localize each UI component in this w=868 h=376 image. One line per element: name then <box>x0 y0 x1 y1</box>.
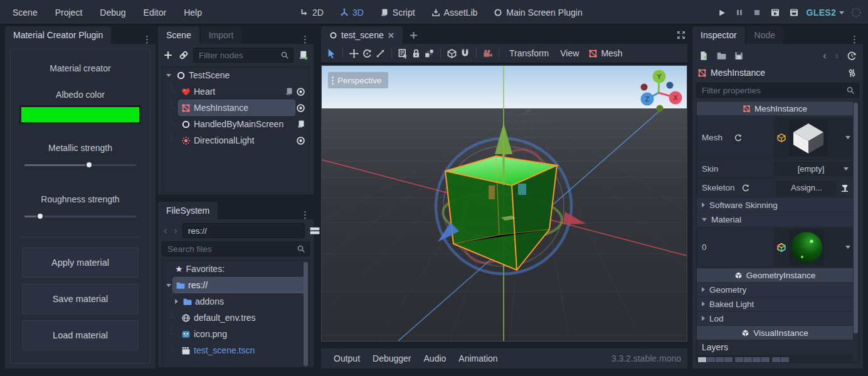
chevron-down-icon[interactable] <box>845 246 850 249</box>
play-scene-button[interactable] <box>769 6 781 19</box>
apply-material-button[interactable]: Apply material <box>22 248 139 278</box>
scale-tool-icon[interactable] <box>374 47 387 60</box>
menu-scene[interactable]: Scene <box>4 0 46 25</box>
albedo-color-picker[interactable] <box>19 105 141 124</box>
play-button[interactable] <box>716 7 728 19</box>
visibility-eye-icon[interactable] <box>295 135 307 147</box>
new-scene-tab-button[interactable] <box>408 29 420 41</box>
group-software-skinning[interactable]: Software Skinning <box>697 198 853 212</box>
fs-item-default-env[interactable]: default_env.tres <box>162 310 309 326</box>
load-material-button[interactable]: Load material <box>22 320 139 350</box>
preview-camera-icon[interactable] <box>481 47 494 60</box>
roughness-slider-grabber[interactable] <box>36 212 44 220</box>
object-tools-icon[interactable] <box>846 67 858 79</box>
fs-item-res[interactable]: res:// <box>162 277 309 293</box>
expand-icon[interactable] <box>175 299 178 304</box>
view-menu[interactable]: View <box>554 48 585 58</box>
play-custom-scene-button[interactable] <box>788 6 800 19</box>
viewport-3d[interactable]: Y X Z Perspective <box>321 65 687 342</box>
toggle-split-mode-icon[interactable] <box>308 224 322 237</box>
layer-cell[interactable] <box>735 357 743 363</box>
collapse-icon[interactable] <box>166 284 171 287</box>
scene-tree-item-directionallight[interactable]: DirectionalLight <box>162 132 309 149</box>
pause-button[interactable] <box>734 7 745 18</box>
skin-value[interactable]: [empty] <box>774 162 853 177</box>
history-back-icon[interactable]: ‹ <box>821 50 828 61</box>
skeleton-assign-button[interactable]: Assign... <box>776 180 837 196</box>
mesh-value[interactable] <box>774 118 853 158</box>
animation-button[interactable]: Animation <box>452 353 504 363</box>
visibility-eye-icon[interactable] <box>295 102 307 114</box>
mesh-menu[interactable]: Mesh <box>585 48 626 58</box>
workspace-2d[interactable]: 2D <box>295 8 329 18</box>
dock-menu-icon[interactable]: ⋮ <box>297 34 314 44</box>
perspective-menu[interactable]: Perspective <box>328 72 388 88</box>
layer-cell[interactable] <box>753 357 761 363</box>
group-material[interactable]: Material <box>697 212 853 226</box>
list-select-icon[interactable] <box>396 47 410 60</box>
tab-scene[interactable]: Scene <box>158 26 199 44</box>
revert-icon[interactable] <box>740 182 751 194</box>
history-icon[interactable] <box>845 50 858 62</box>
menu-editor[interactable]: Editor <box>135 0 176 25</box>
scene-tree-item-handledbymainscreen[interactable]: HandledByMainScreen <box>162 116 309 132</box>
history-forward-icon[interactable]: › <box>172 225 179 236</box>
fs-item-icon-png[interactable]: icon.png <box>162 326 309 342</box>
group-baked-light[interactable]: Baked Light <box>697 297 853 311</box>
filter-nodes-input[interactable] <box>193 48 294 63</box>
debugger-button[interactable]: Debugger <box>366 353 418 363</box>
favorites-item[interactable]: ★ Favorites: <box>162 261 309 277</box>
scrollbar[interactable] <box>854 103 858 333</box>
close-icon[interactable] <box>388 32 394 39</box>
tab-inspector[interactable]: Inspector <box>692 26 745 44</box>
layers-more-button[interactable]: ... <box>835 360 849 363</box>
transform-menu[interactable]: Transform <box>504 48 554 58</box>
rotate-tool-icon[interactable] <box>361 47 374 60</box>
workspace-script[interactable]: Script <box>375 8 420 18</box>
layer-cell[interactable] <box>781 357 789 363</box>
group-lod[interactable]: Lod <box>697 311 853 325</box>
fs-item-test-scene[interactable]: test_scene.tscn <box>162 342 309 358</box>
dock-menu-icon[interactable]: ⋮ <box>846 34 863 44</box>
filter-properties-input[interactable] <box>696 83 859 98</box>
workspace-3d[interactable]: 3D <box>335 8 369 18</box>
menu-project[interactable]: Project <box>46 0 92 25</box>
lock-icon[interactable] <box>410 47 423 60</box>
layer-cell[interactable] <box>761 357 770 363</box>
tab-material-creator-plugin[interactable]: Material Creator Plugin <box>5 26 111 44</box>
audio-button[interactable]: Audio <box>418 353 453 363</box>
workspace-assetlib[interactable]: AssetLib <box>426 8 483 18</box>
dock-menu-icon[interactable]: ⋮ <box>297 210 314 219</box>
layer-cell[interactable] <box>724 357 733 363</box>
scene-tree-item-meshinstance[interactable]: MeshInstance <box>162 100 309 116</box>
fs-item-addons[interactable]: addons <box>162 293 309 310</box>
scene-tree-item-testscene[interactable]: TestScene <box>162 67 309 83</box>
output-button[interactable]: Output <box>327 353 366 363</box>
new-resource-icon[interactable] <box>697 50 710 62</box>
layer-cell[interactable] <box>772 357 780 363</box>
layer-cell[interactable] <box>716 357 724 363</box>
scene-tree-item-heart[interactable]: Heart <box>162 83 309 100</box>
visibility-eye-icon[interactable] <box>295 86 307 98</box>
skeleton-pick-icon[interactable] <box>839 182 850 194</box>
tab-node[interactable]: Node <box>746 26 783 44</box>
search-files-input[interactable] <box>162 241 310 256</box>
select-tool-icon[interactable] <box>325 47 338 60</box>
load-resource-icon[interactable] <box>715 50 728 62</box>
snap-icon[interactable] <box>458 47 472 60</box>
tab-test-scene[interactable]: test_scene <box>321 26 403 44</box>
layer-cell[interactable] <box>707 357 715 363</box>
chevron-down-icon[interactable] <box>845 136 850 139</box>
script-icon[interactable] <box>295 118 307 130</box>
roughness-slider[interactable] <box>24 212 136 221</box>
layer-cell[interactable] <box>744 357 752 363</box>
history-forward-icon[interactable]: › <box>834 50 840 61</box>
history-back-icon[interactable]: ‹ <box>162 225 169 236</box>
attach-script-button[interactable] <box>297 49 310 62</box>
instance-scene-button[interactable] <box>177 49 190 61</box>
renderer-select[interactable]: GLES2 <box>807 8 844 18</box>
workspace-main-screen-plugin[interactable]: Main Screen Plugin <box>489 8 587 18</box>
script-icon[interactable] <box>283 86 295 97</box>
distraction-free-icon[interactable] <box>675 29 687 41</box>
metallic-slider[interactable] <box>24 160 136 169</box>
